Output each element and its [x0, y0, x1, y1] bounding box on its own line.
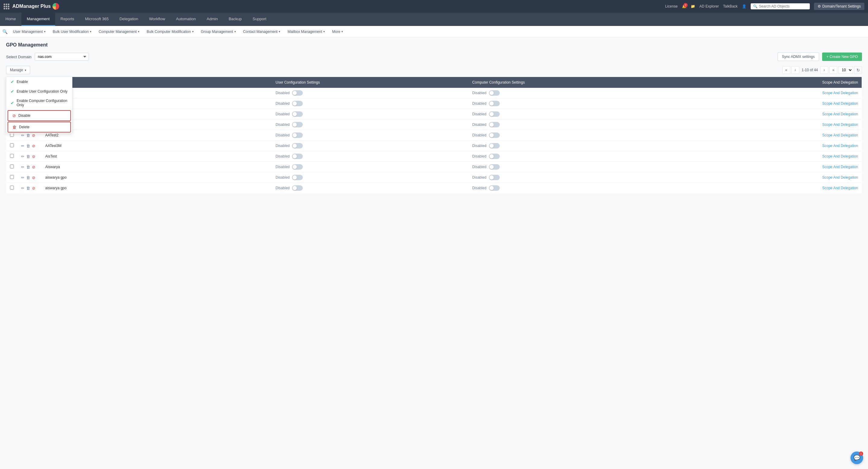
row-scope-link[interactable]: Scope And Delegation	[697, 172, 862, 183]
user-config-cell: Disabled	[276, 175, 465, 180]
license-link[interactable]: License	[665, 4, 678, 8]
subnav-mailbox-management[interactable]: Mailbox Management ▾	[284, 28, 328, 36]
nav-item-home[interactable]: Home	[0, 13, 22, 26]
row-scope-link[interactable]: Scope And Delegation	[697, 183, 862, 194]
user-config-toggle[interactable]	[292, 90, 303, 96]
subnav-bulk-computer-modification[interactable]: Bulk Computer Modification ▾	[144, 28, 197, 36]
row-scope-link[interactable]: Scope And Delegation	[697, 98, 862, 109]
user-config-toggle[interactable]	[292, 185, 303, 191]
refresh-button[interactable]: ↻	[854, 66, 862, 74]
nav-item-support[interactable]: Support	[247, 13, 272, 26]
computer-config-toggle[interactable]	[489, 101, 500, 106]
nav-item-workflow[interactable]: Workflow	[144, 13, 170, 26]
grid-icon[interactable]	[4, 4, 9, 9]
page-size-select[interactable]: 10 25 50	[838, 66, 853, 74]
manage-button[interactable]: Manage ▾	[6, 66, 30, 74]
delete-row-icon[interactable]: 🗑	[26, 186, 30, 190]
computer-config-toggle[interactable]	[489, 143, 500, 148]
computer-config-toggle[interactable]	[489, 185, 500, 191]
nav-item-reports[interactable]: Reports	[55, 13, 80, 26]
user-config-toggle[interactable]	[292, 111, 303, 117]
subnav-bulk-user-modification-label: Bulk User Modification	[53, 30, 89, 34]
disable-row-icon[interactable]: ⊘	[32, 186, 35, 190]
nav-item-microsoft365[interactable]: Microsoft 365	[80, 13, 114, 26]
domain-select[interactable]: nas.com	[35, 53, 89, 61]
row-scope-link[interactable]: Scope And Delegation	[697, 151, 862, 162]
subnav-more[interactable]: More ▾	[329, 28, 346, 36]
nav-item-admin[interactable]: Admin	[201, 13, 223, 26]
edit-icon[interactable]: ✏	[21, 154, 25, 159]
row-checkbox[interactable]	[10, 143, 14, 147]
row-scope-link[interactable]: Scope And Delegation	[697, 119, 862, 130]
domain-settings-button[interactable]: ⚙ Domain/Tenant Settings	[814, 3, 864, 10]
chat-widget[interactable]: 💬 1	[850, 451, 863, 464]
computer-config-toggle[interactable]	[489, 175, 500, 180]
row-scope-link[interactable]: Scope And Delegation	[697, 130, 862, 141]
row-actions-cell: ✏ 🗑 ⊘	[18, 162, 42, 172]
nav-item-delegation[interactable]: Delegation	[114, 13, 144, 26]
subnav-bulk-user-modification[interactable]: Bulk User Modification ▾	[50, 28, 94, 36]
user-icon[interactable]: 👤	[742, 4, 746, 8]
delete-row-icon[interactable]: 🗑	[26, 154, 30, 159]
row-checkbox[interactable]	[10, 185, 14, 189]
dropdown-enable-user-only[interactable]: ✔ Enable User Configuration Only	[6, 87, 72, 96]
pagination-next[interactable]: ›	[820, 66, 828, 74]
user-config-toggle[interactable]	[292, 154, 303, 159]
row-scope-link[interactable]: Scope And Delegation	[697, 109, 862, 119]
disable-row-icon[interactable]: ⊘	[32, 165, 35, 169]
row-checkbox[interactable]	[10, 154, 14, 158]
computer-config-toggle[interactable]	[489, 133, 500, 138]
disable-row-icon[interactable]: ⊘	[32, 133, 35, 138]
user-config-toggle[interactable]	[292, 164, 303, 170]
nav-item-backup[interactable]: Backup	[223, 13, 247, 26]
delete-row-icon[interactable]: 🗑	[26, 175, 30, 180]
edit-icon[interactable]: ✏	[21, 144, 25, 148]
computer-config-toggle[interactable]	[489, 122, 500, 127]
row-checkbox[interactable]	[10, 165, 14, 168]
talkback-link[interactable]: TalkBack	[723, 4, 738, 8]
nav-item-automation[interactable]: Automation	[171, 13, 202, 26]
row-scope-link[interactable]: Scope And Delegation	[697, 141, 862, 151]
pagination-prev[interactable]: ‹	[792, 66, 799, 74]
computer-config-toggle[interactable]	[489, 90, 500, 96]
nav-item-management[interactable]: Management	[22, 13, 55, 26]
edit-icon[interactable]: ✏	[21, 175, 25, 180]
subnav-computer-management[interactable]: Computer Management ▾	[96, 28, 142, 36]
disable-row-icon[interactable]: ⊘	[32, 144, 35, 148]
subnav-group-management[interactable]: Group Management ▾	[198, 28, 239, 36]
search-input[interactable]	[759, 4, 807, 8]
dropdown-enable[interactable]: ✔ Enable	[6, 77, 72, 87]
delete-row-icon[interactable]: 🗑	[26, 144, 30, 148]
disable-row-icon[interactable]: ⊘	[32, 175, 35, 180]
user-config-toggle[interactable]	[292, 122, 303, 127]
computer-config-toggle[interactable]	[489, 111, 500, 117]
row-checkbox[interactable]	[10, 175, 14, 179]
row-scope-link[interactable]: Scope And Delegation	[697, 88, 862, 98]
dropdown-disable[interactable]: ⊘ Disable	[7, 110, 71, 121]
row-scope-link[interactable]: Scope And Delegation	[697, 162, 862, 172]
edit-icon[interactable]: ✏	[21, 165, 25, 169]
user-config-toggle[interactable]	[292, 101, 303, 106]
dropdown-enable-computer-only[interactable]: ✔ Enable Computer Configuration Only	[6, 96, 72, 110]
pagination-first[interactable]: «	[782, 66, 790, 74]
delete-row-icon[interactable]: 🗑	[26, 133, 30, 138]
sync-admx-button[interactable]: Sync ADMX settings	[777, 53, 819, 61]
subnav-user-management[interactable]: User Management ▾	[10, 28, 49, 36]
bell-wrapper[interactable]: 🔔 2	[682, 4, 686, 8]
computer-config-toggle[interactable]	[489, 164, 500, 170]
computer-config-toggle[interactable]	[489, 154, 500, 159]
edit-icon[interactable]: ✏	[21, 133, 25, 138]
pagination-last[interactable]: »	[829, 66, 837, 74]
subnav-contact-management[interactable]: Contact Management ▾	[240, 28, 283, 36]
create-gpo-button[interactable]: + Create New GPO	[822, 53, 862, 61]
user-config-toggle[interactable]	[292, 175, 303, 180]
row-user-config: Disabled	[272, 109, 469, 119]
ad-explorer-link[interactable]: AD Explorer	[700, 4, 719, 8]
sub-nav-search-icon[interactable]: 🔍	[2, 29, 7, 34]
user-config-toggle[interactable]	[292, 143, 303, 148]
disable-row-icon[interactable]: ⊘	[32, 154, 35, 159]
edit-icon[interactable]: ✏	[21, 186, 25, 190]
dropdown-delete[interactable]: 🗑 Delete	[7, 122, 71, 133]
user-config-toggle[interactable]	[292, 133, 303, 138]
delete-row-icon[interactable]: 🗑	[26, 165, 30, 169]
